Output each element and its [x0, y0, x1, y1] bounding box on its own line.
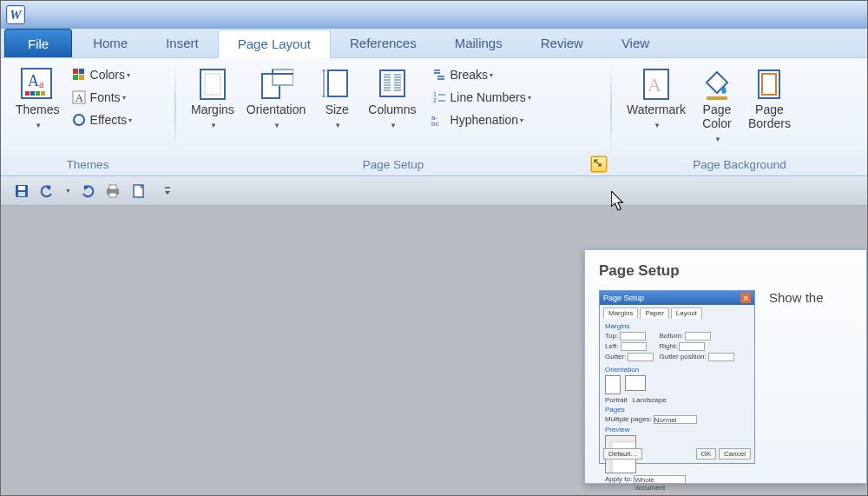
page-color-label: Page Color	[702, 103, 731, 130]
columns-label: Columns	[368, 103, 416, 116]
customize-qat-button[interactable]	[163, 181, 172, 202]
tab-home[interactable]: Home	[74, 29, 147, 57]
undo-dropdown[interactable]: ▼	[65, 188, 71, 194]
fonts-button[interactable]: A Fonts ▾	[68, 87, 136, 108]
page-color-button[interactable]: Page Color▼	[692, 63, 742, 147]
preview-button: Default…	[603, 448, 642, 460]
page-borders-button[interactable]: Page Borders	[742, 63, 797, 133]
tab-file[interactable]: File	[4, 29, 72, 57]
tab-view[interactable]: View	[602, 29, 668, 57]
watermark-button[interactable]: A Watermark▼	[621, 63, 692, 133]
svg-rect-3	[25, 91, 30, 96]
preview-section-label: Orientation	[605, 366, 749, 374]
preview-button: OK	[696, 448, 717, 460]
customize-icon	[164, 185, 171, 197]
preview-tab: Margins	[603, 308, 638, 319]
svg-rect-18	[328, 70, 347, 96]
tab-page-layout[interactable]: Page Layout	[218, 30, 331, 58]
columns-button[interactable]: Columns▼	[362, 63, 422, 133]
chevron-down-icon: ▾	[128, 116, 132, 124]
svg-text:2: 2	[433, 97, 437, 103]
fonts-icon: A	[71, 89, 87, 105]
preview-orient-label: Landscape	[633, 396, 667, 404]
size-icon	[319, 66, 354, 103]
hyphenation-button[interactable]: a-bc Hyphenation ▾	[428, 109, 535, 130]
tooltip-description: Show the	[769, 290, 824, 305]
breaks-button[interactable]: Breaks ▾	[428, 64, 535, 85]
orientation-label: Orientation	[247, 103, 306, 116]
page-borders-label: Page Borders	[748, 103, 791, 130]
new-document-button[interactable]	[128, 181, 149, 202]
redo-button[interactable]	[76, 181, 97, 202]
size-label: Size	[326, 103, 349, 116]
print-button[interactable]	[102, 181, 123, 202]
undo-icon	[40, 183, 56, 199]
group-page-setup: Margins▼ Orientation▼ Size▼	[176, 58, 610, 175]
svg-rect-9	[73, 75, 78, 80]
svg-rect-10	[79, 75, 84, 80]
svg-rect-6	[41, 91, 45, 96]
page-setup-dialog-launcher[interactable]	[591, 156, 607, 172]
svg-rect-5	[36, 91, 40, 96]
line-numbers-icon: 12	[431, 89, 447, 105]
group-label-page-setup: Page Setup	[180, 156, 607, 175]
preview-field-value: Normal	[654, 415, 697, 424]
chevron-down-icon: ▼	[390, 122, 397, 129]
save-button[interactable]	[11, 181, 32, 202]
svg-text:a: a	[39, 78, 44, 90]
preview-field-label: Top:	[605, 332, 618, 341]
page-setup-tooltip: Page Setup Page Setup✕ Margins Paper Lay…	[584, 249, 867, 484]
redo-icon	[79, 183, 95, 199]
effects-label: Effects	[90, 113, 128, 127]
hyphenation-icon: a-bc	[431, 112, 447, 128]
tab-mailings[interactable]: Mailings	[436, 29, 522, 57]
undo-button[interactable]	[37, 181, 58, 202]
preview-tab: Paper	[640, 308, 668, 319]
svg-text:A: A	[76, 92, 83, 104]
preview-field-label: Gutter position:	[659, 353, 706, 361]
preview-field-label: Left:	[605, 342, 619, 351]
size-button[interactable]: Size▼	[312, 63, 362, 133]
orientation-icon	[259, 66, 293, 103]
print-icon	[104, 183, 122, 199]
tab-insert[interactable]: Insert	[147, 29, 218, 57]
themes-button[interactable]: A a Themes▼	[10, 63, 66, 133]
chevron-down-icon: ▼	[273, 122, 280, 129]
chevron-down-icon: ▼	[654, 122, 661, 129]
colors-icon	[71, 67, 87, 83]
svg-rect-7	[73, 69, 78, 74]
colors-label: Colors	[90, 68, 125, 82]
breaks-label: Breaks	[450, 68, 489, 82]
group-label-themes: Themes	[4, 156, 171, 175]
preview-field-label: Gutter:	[605, 353, 626, 361]
tab-review[interactable]: Review	[522, 29, 602, 57]
chevron-down-icon: ▼	[334, 122, 341, 129]
tab-references[interactable]: References	[331, 29, 436, 57]
orientation-button[interactable]: Orientation▼	[240, 63, 312, 133]
new-document-icon	[132, 183, 146, 199]
group-themes: A a Themes▼ Colors ▾ A	[1, 58, 174, 175]
close-icon: ✕	[740, 293, 751, 303]
page-color-icon	[700, 66, 734, 103]
hyphenation-label: Hyphenation	[450, 113, 519, 127]
svg-rect-57	[109, 193, 116, 197]
effects-button[interactable]: Effects ▾	[68, 109, 136, 130]
preview-section-label: Preview	[605, 426, 749, 433]
group-label-page-background: Page Background	[615, 156, 864, 175]
preview-field-label: Apply to:	[605, 475, 632, 484]
svg-rect-53	[18, 186, 25, 190]
svg-rect-17	[273, 69, 293, 85]
chevron-down-icon: ▼	[714, 136, 721, 143]
watermark-icon: A	[639, 66, 674, 103]
colors-button[interactable]: Colors ▾	[68, 64, 136, 85]
svg-rect-54	[18, 192, 25, 196]
preview-field-label: Multiple pages:	[605, 415, 652, 424]
preview-button: Cancel	[719, 448, 751, 460]
svg-rect-56	[109, 185, 116, 189]
svg-point-58	[116, 189, 118, 191]
margins-button[interactable]: Margins▼	[185, 63, 240, 133]
group-page-background: A Watermark▼ Page Color▼ Page Borders Pa…	[612, 58, 867, 175]
svg-rect-49	[707, 96, 727, 100]
svg-rect-8	[79, 69, 84, 74]
line-numbers-button[interactable]: 12 Line Numbers ▾	[428, 87, 535, 108]
